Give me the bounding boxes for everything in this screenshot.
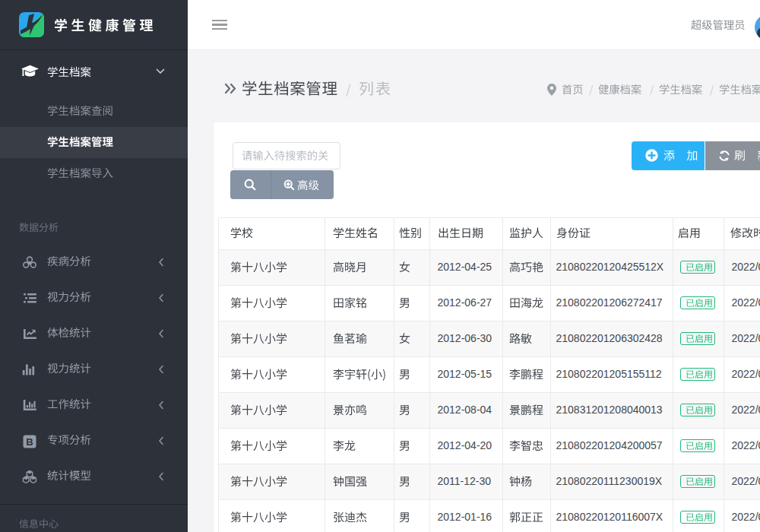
svg-text:B: B bbox=[26, 436, 33, 448]
